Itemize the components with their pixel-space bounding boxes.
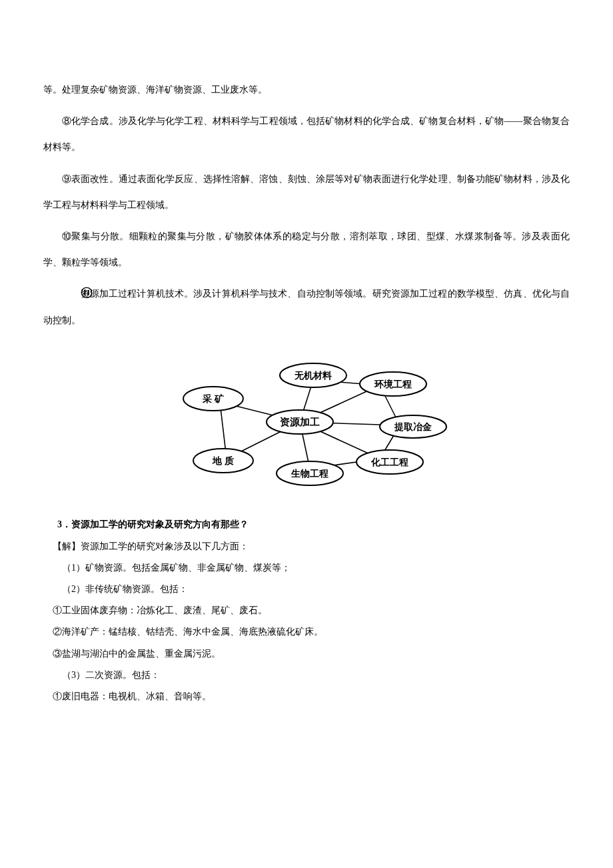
svg-text:地 质: 地 质 (212, 455, 234, 466)
node-chemical-engineering: 化工工程 (356, 450, 423, 474)
svg-text:环境工程: 环境工程 (374, 379, 412, 389)
answer-item-2a: ①工业固体废弃物：冶炼化工、废渣、尾矿、废石。 (43, 600, 570, 621)
paragraph-item-10: ⑩聚集与分散。细颗粒的聚集与分散，矿物胶体体系的稳定与分散，溶剂萃取，球团、型煤… (43, 223, 570, 275)
answer-item-3a: ①废旧电器：电视机、冰箱、音响等。 (43, 686, 570, 707)
node-center: 资源加工 (267, 410, 333, 434)
document-page: 等。处理复杂矿物资源、海洋矿物资源、工业废水等。 ⑧化学合成。涉及化学与化学工程… (0, 0, 613, 747)
answer-item-2c: ③盐湖与湖泊中的金属盐、重金属污泥。 (43, 643, 570, 665)
node-inorganic-materials: 无机材料 (280, 363, 346, 387)
svg-text:资源加工: 资源加工 (280, 417, 320, 427)
node-mining: 采 矿 (183, 387, 243, 411)
answer-item-1: （1）矿物资源。包括金属矿物、非金属矿物、煤炭等； (43, 557, 570, 579)
answer-item-3: （3）二次资源。包括： (43, 665, 570, 686)
circled-11-icon (62, 283, 74, 295)
answer-intro: 【解】资源加工学的研究对象涉及以下几方面： (43, 536, 570, 557)
node-bioengineering: 生物工程 (277, 461, 343, 485)
answer-item-2: （2）非传统矿物资源。包括： (43, 579, 570, 600)
paragraph-item-8: ⑧化学合成。涉及化学与化学工程、材料科学与工程领域，包括矿物材料的化学合成、矿物… (43, 108, 570, 160)
svg-text:无机材料: 无机材料 (294, 371, 332, 381)
svg-text:采 矿: 采 矿 (202, 393, 224, 404)
paragraph-item-9: ⑨表面改性。通过表面化学反应、选择性溶解、溶蚀、刻蚀、涂层等对矿物表面进行化学处… (43, 166, 570, 218)
node-geology: 地 质 (193, 449, 253, 473)
svg-text:化工工程: 化工工程 (370, 457, 408, 467)
answer-item-2b: ②海洋矿产：锰结核、钴结壳、海水中金属、海底热液硫化矿床。 (43, 621, 570, 643)
concept-diagram: 资源加工 无机材料 环境工程 采 矿 提取冶金 (43, 352, 570, 495)
node-extractive-metallurgy: 提取冶金 (380, 415, 446, 438)
svg-text:生物工程: 生物工程 (291, 469, 328, 479)
paragraph-item-11: 资源加工过程计算机技术。涉及计算机科学与技术、自动控制等领域。研究资源加工过程的… (43, 281, 570, 333)
svg-text:提取冶金: 提取冶金 (394, 422, 432, 432)
paragraph-continuation: 等。处理复杂矿物资源、海洋矿物资源、工业废水等。 (43, 77, 570, 103)
question-title: 3．资源加工学的研究对象及研究方向有那些？ (43, 519, 570, 531)
node-environmental-engineering: 环境工程 (360, 372, 426, 396)
paragraph-item-11-text: 资源加工过程计算机技术。涉及计算机科学与技术、自动控制等领域。研究资源加工过程的… (43, 289, 570, 325)
